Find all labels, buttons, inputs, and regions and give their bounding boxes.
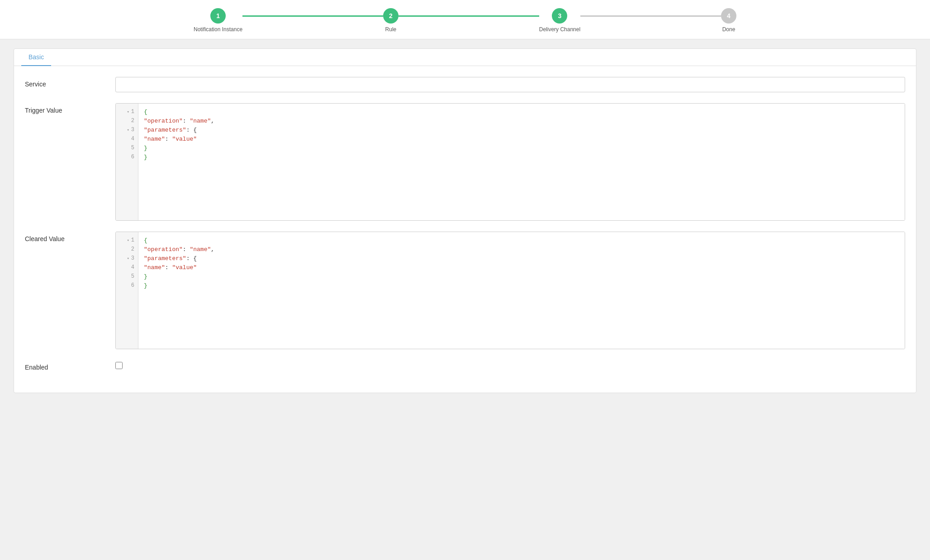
trigger-code-content: { "operation": "name", "parameters": { "… [138,104,905,220]
enabled-row: Enabled [25,360,905,371]
cleared-value-editor[interactable]: ▾ 1 2 ▾ 3 4 [115,232,905,349]
service-input[interactable] [115,77,905,92]
fold-arrow-1: ▾ [127,109,129,114]
step-3-number: 3 [558,12,562,19]
step-line-3 [580,15,721,17]
cleared-value-wrap: ▾ 1 2 ▾ 3 4 [115,232,905,349]
cleared-fold-arrow-1: ▾ [127,238,129,243]
step-1-label: Notification Instance [194,26,242,33]
form-card: Basic Service Trigger Value ▾ [14,48,916,393]
trigger-line-numbers: ▾ 1 2 ▾ 3 4 [116,104,138,220]
enabled-checkbox[interactable] [115,362,123,369]
form-body: Service Trigger Value ▾ 1 [14,66,916,393]
fold-arrow-3: ▾ [127,128,129,133]
cleared-code-content: { "operation": "name", "parameters": { "… [138,232,905,349]
cleared-line-num-4: 4 [116,263,138,272]
trigger-value-editor[interactable]: ▾ 1 2 ▾ 3 4 [115,103,905,221]
trigger-line-num-5: 5 [116,143,138,152]
service-label: Service [25,77,115,88]
trigger-line-num-4: 4 [116,134,138,143]
trigger-line-num-1: ▾ 1 [116,107,138,116]
step-1-circle: 1 [210,8,226,24]
step-3-label: Delivery Channel [539,26,580,33]
step-3[interactable]: 3 Delivery Channel [539,8,580,33]
stepper-bar: 1 Notification Instance 2 Rule 3 Deliver… [0,0,930,39]
main-content: Basic Service Trigger Value ▾ [0,39,930,402]
enabled-control-wrap [115,360,905,370]
step-3-circle: 3 [552,8,567,24]
trigger-value-label: Trigger Value [25,103,115,114]
cleared-line-num-3: ▾ 3 [116,254,138,263]
step-4[interactable]: 4 Done [721,8,736,33]
step-2[interactable]: 2 Rule [383,8,399,33]
step-line-2 [399,15,539,17]
service-row: Service [25,77,905,92]
step-2-circle: 2 [383,8,399,24]
trigger-line-num-3: ▾ 3 [116,125,138,134]
step-2-number: 2 [389,12,393,19]
cleared-value-label: Cleared Value [25,232,115,242]
step-4-number: 4 [727,12,731,19]
stepper: 1 Notification Instance 2 Rule 3 Deliver… [194,8,736,33]
step-4-circle: 4 [721,8,736,24]
trigger-line-num-6: 6 [116,152,138,161]
cleared-line-num-6: 6 [116,281,138,290]
trigger-value-row: Trigger Value ▾ 1 2 ▾ [25,103,905,221]
service-control-wrap [115,77,905,92]
cleared-line-numbers: ▾ 1 2 ▾ 3 4 [116,232,138,349]
step-2-label: Rule [385,26,397,33]
cleared-line-num-2: 2 [116,245,138,254]
cleared-fold-arrow-3: ▾ [127,256,129,261]
enabled-label: Enabled [25,360,115,371]
cleared-line-num-5: 5 [116,272,138,281]
tab-header: Basic [14,49,916,66]
cleared-value-row: Cleared Value ▾ 1 2 ▾ [25,232,905,349]
trigger-value-wrap: ▾ 1 2 ▾ 3 4 [115,103,905,221]
tab-basic[interactable]: Basic [21,49,51,66]
step-4-label: Done [722,26,735,33]
trigger-line-num-2: 2 [116,116,138,125]
step-1[interactable]: 1 Notification Instance [194,8,242,33]
cleared-line-num-1: ▾ 1 [116,236,138,245]
step-1-number: 1 [216,12,220,19]
step-line-1 [242,15,383,17]
